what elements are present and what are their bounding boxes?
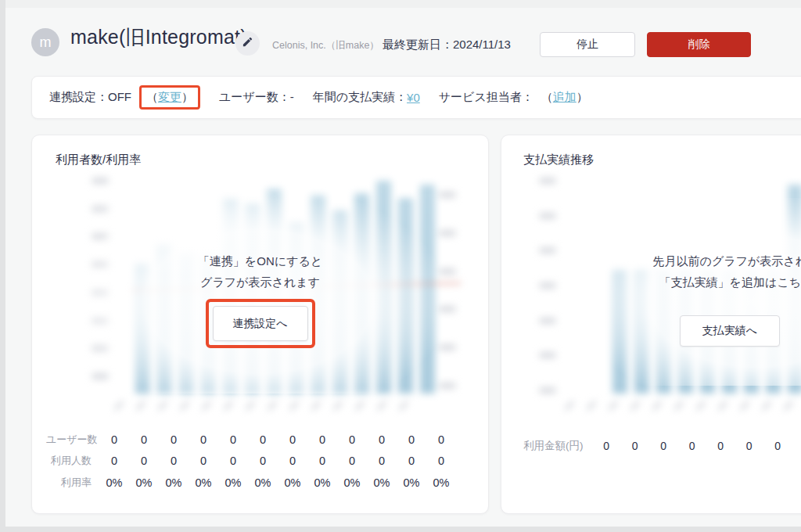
table-cell: 0 <box>189 455 218 467</box>
x-axis-tick-blob <box>268 401 277 410</box>
payment-card: 支払実績推移 先月以前のグラフが表示されま 「支払実績」を追加はこちら 支払実績… <box>501 135 801 514</box>
paren-open: （ <box>146 90 158 103</box>
table-cell: 0 <box>307 433 337 446</box>
table-cell: 0 <box>278 433 307 446</box>
vendor-name: Celonis, Inc.（旧make） <box>272 39 379 52</box>
x-axis-tick-blob <box>180 401 189 410</box>
table-cell: 0 <box>189 433 218 446</box>
table-cell: 0% <box>307 476 337 489</box>
table-cell: 0 <box>129 433 159 446</box>
table-cell: 0 <box>649 440 678 452</box>
paren-close: ） <box>577 90 588 105</box>
annual-payment-link[interactable]: ¥0 <box>407 91 420 104</box>
table-cell: 0 <box>99 455 129 467</box>
change-link[interactable]: 変更 <box>158 90 181 103</box>
row-label: 利用人数 <box>46 454 92 468</box>
table-cell: 0% <box>426 476 456 489</box>
annual-payment: 年間の支払実績：¥0 <box>313 90 420 105</box>
table-cell: 0 <box>218 455 248 467</box>
x-axis-tick-blob <box>136 401 145 410</box>
table-cell: 0 <box>159 455 189 467</box>
table-cell: 0 <box>248 433 278 446</box>
table-cell: 0 <box>397 433 426 446</box>
table-cell: 0 <box>706 440 735 452</box>
table-cell: 0 <box>621 440 650 452</box>
x-axis-tick-blob <box>399 401 408 410</box>
usage-card: 利用者数/利用率 「連携」をONにすると グラフが表示されます 連携設定へ ユー… <box>31 135 489 514</box>
x-axis-tick-blob <box>246 401 255 410</box>
payment-chart-x-axis <box>564 404 794 407</box>
last-updated: 最終更新日：2024/11/13 <box>383 38 511 52</box>
table-cell: 0 <box>426 455 456 467</box>
manager-label: サービス担当者： <box>439 90 533 105</box>
table-cell: 0 <box>159 433 189 446</box>
row-values: 000000000000 <box>99 455 456 467</box>
table-cell: 0% <box>397 476 426 489</box>
table-cell: 0 <box>99 433 129 446</box>
user-count: ユーザー数：- <box>219 90 294 105</box>
table-cell: 0% <box>159 476 189 489</box>
table-cell: 0 <box>337 433 367 446</box>
table-cell: 0 <box>367 433 397 446</box>
x-axis-tick-blob <box>565 401 574 410</box>
page-top-edge <box>5 0 801 8</box>
page-bottom-edge <box>0 527 801 532</box>
payment-overlay-message-line1: 先月以前のグラフが表示されま <box>611 254 801 269</box>
annual-payment-label: 年間の支払実績： <box>313 90 407 105</box>
row-label: 利用金額(円) <box>523 439 584 453</box>
table-row: ユーザー数 000000000000 <box>46 429 456 451</box>
table-cell: 0 <box>763 440 792 452</box>
x-axis-tick-blob <box>311 401 321 410</box>
x-axis-tick-blob <box>355 401 365 410</box>
table-cell: 0 <box>426 433 456 446</box>
usage-overlay-message-line1: 「連携」をONにすると <box>32 254 488 269</box>
table-cell: 0 <box>678 440 707 452</box>
axis-label-blob <box>539 178 556 184</box>
add-manager-link[interactable]: 追加 <box>553 90 577 105</box>
axis-label-blob <box>539 352 556 358</box>
payment-amount-row: 利用金額(円) 0000000 <box>523 439 792 453</box>
x-axis-tick-blob <box>609 401 618 410</box>
table-row: 利用率 0%0%0%0%0%0%0%0%0%0%0%0% <box>46 472 456 494</box>
table-cell: 0% <box>218 476 248 489</box>
pencil-icon <box>242 36 253 51</box>
table-cell: 0% <box>189 476 218 489</box>
x-axis-tick-blob <box>158 401 167 410</box>
axis-label-blob <box>539 387 556 394</box>
integration-status: 連携設定：OFF <box>49 90 131 105</box>
x-axis-tick-blob <box>740 401 749 410</box>
stop-button[interactable]: 停止 <box>540 32 635 57</box>
x-axis-tick-blob <box>696 401 706 410</box>
row-label: 利用率 <box>46 476 92 490</box>
table-cell: 0% <box>278 476 307 489</box>
integration-settings-button[interactable]: 連携設定へ <box>213 306 308 341</box>
table-cell: 0 <box>337 455 367 467</box>
usage-chart-overlay-haze <box>79 190 439 394</box>
service-avatar: m <box>31 28 59 56</box>
summary-bar: 連携設定：OFF （変更） ユーザー数：- 年間の支払実績：¥0 サービス担当者… <box>31 76 801 119</box>
edit-title-button[interactable] <box>235 31 260 56</box>
table-cell: 0 <box>592 440 621 452</box>
payment-record-button[interactable]: 支払実績へ <box>680 315 780 347</box>
table-cell: 0 <box>307 455 337 467</box>
table-cell: 0 <box>248 455 278 467</box>
highlight-box-change: （変更） <box>139 85 200 110</box>
table-cell: 0 <box>278 455 307 467</box>
x-axis-tick-blob <box>377 401 386 410</box>
table-cell: 0% <box>337 476 367 489</box>
axis-label-blob <box>539 282 556 289</box>
page-title: make(旧Integromat) <box>70 24 247 50</box>
table-cell: 0% <box>99 476 129 489</box>
payment-overlay-message-line2: 「支払実績」を追加はこちら <box>611 275 801 290</box>
service-detail-page: m make(旧Integromat) Celonis, Inc.（旧make）… <box>0 0 801 532</box>
x-axis-tick-blob <box>630 401 640 410</box>
delete-button[interactable]: 削除 <box>647 32 751 57</box>
payment-chart-overlay-haze <box>587 198 801 386</box>
payment-chart-y-axis <box>539 178 556 394</box>
row-values: 0%0%0%0%0%0%0%0%0%0%0%0% <box>99 476 456 489</box>
axis-label-blob <box>539 247 556 253</box>
usage-stats-table: ユーザー数 000000000000 利用人数 000000000000 利用率… <box>46 429 456 494</box>
row-values: 000000000000 <box>99 433 456 446</box>
table-cell: 0 <box>397 455 426 467</box>
avatar-initial: m <box>40 34 52 51</box>
